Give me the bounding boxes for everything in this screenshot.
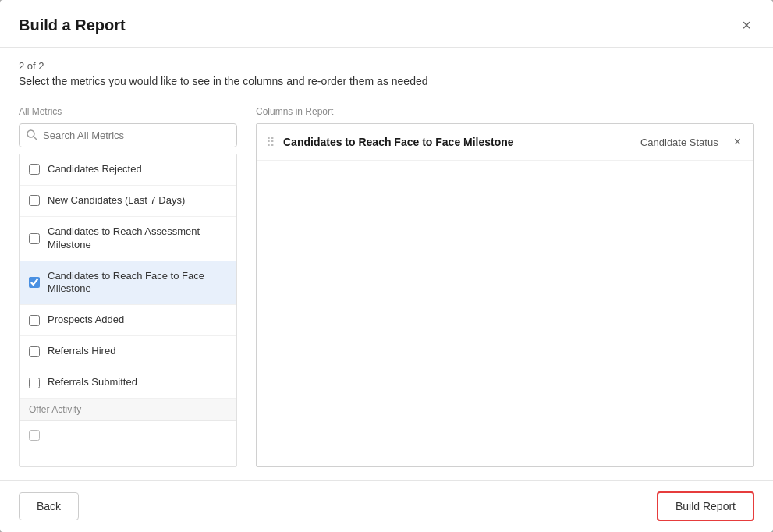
search-icon [27,129,37,142]
description-text: Select the metrics you would like to see… [19,75,754,87]
metric-label: Candidates to Reach Face to Face Milesto… [48,270,227,296]
modal-header: Build a Report × [0,0,773,48]
list-item[interactable]: Referrals Hired [20,336,236,367]
metric-label: Prospects Added [48,314,124,327]
svg-line-1 [34,137,37,140]
list-item[interactable]: New Candidates (Last 7 Days) [20,186,236,217]
metrics-list: Candidates Rejected New Candidates (Last… [19,154,237,467]
back-button[interactable]: Back [19,492,79,520]
column-type: Candidate Status [640,137,718,148]
metric-checkbox-new-candidates[interactable] [29,195,40,206]
metric-checkbox-offer[interactable] [29,430,40,441]
list-item[interactable]: Candidates Rejected [20,154,236,186]
columns-container: ⠿ Candidates to Reach Face to Face Miles… [256,123,754,467]
modal-body: 2 of 2 Select the metrics you would like… [0,48,773,480]
metric-label: Referrals Submitted [48,376,137,389]
metric-checkbox-prospects[interactable] [29,315,40,326]
column-name: Candidates to Reach Face to Face Milesto… [283,136,640,148]
list-item[interactable] [20,421,236,449]
list-item[interactable]: Prospects Added [20,305,236,336]
close-button[interactable]: × [739,14,754,36]
column-row: ⠿ Candidates to Reach Face to Face Miles… [257,124,753,161]
build-report-button[interactable]: Build Report [657,491,754,521]
metric-label: Referrals Hired [48,345,115,358]
modal-description: 2 of 2 Select the metrics you would like… [0,48,773,94]
right-panel: Columns in Report ⠿ Candidates to Reach … [256,106,754,467]
search-container [19,123,237,147]
metric-label: New Candidates (Last 7 Days) [48,194,185,207]
modal: Build a Report × 2 of 2 Select the metri… [0,0,773,532]
metric-checkbox-assessment[interactable] [29,233,40,244]
search-input[interactable] [19,123,237,147]
metric-label: Candidates Rejected [48,163,142,176]
modal-overlay: Build a Report × 2 of 2 Select the metri… [0,0,773,532]
metric-checkbox-referrals-submitted[interactable] [29,378,40,388]
drag-handle-icon[interactable]: ⠿ [266,135,275,150]
metric-checkbox-candidates-rejected[interactable] [29,164,40,175]
left-panel: All Metrics [19,106,237,467]
content-area: All Metrics [0,94,773,480]
metric-checkbox-referrals-hired[interactable] [29,346,40,357]
metric-label: Candidates to Reach Assessment Milestone [48,225,227,252]
all-metrics-label: All Metrics [19,106,237,117]
remove-column-button[interactable]: × [731,134,744,150]
columns-label: Columns in Report [256,106,754,117]
modal-title: Build a Report [19,16,126,34]
metric-checkbox-face-to-face[interactable] [29,277,40,288]
section-header-offer: Offer Activity [20,399,236,421]
modal-footer: Back Build Report [0,480,773,532]
list-item[interactable]: Referrals Submitted [20,367,236,399]
list-item-selected[interactable]: Candidates to Reach Face to Face Milesto… [20,261,236,306]
list-item[interactable]: Candidates to Reach Assessment Milestone [20,217,236,261]
step-indicator: 2 of 2 [19,60,754,72]
